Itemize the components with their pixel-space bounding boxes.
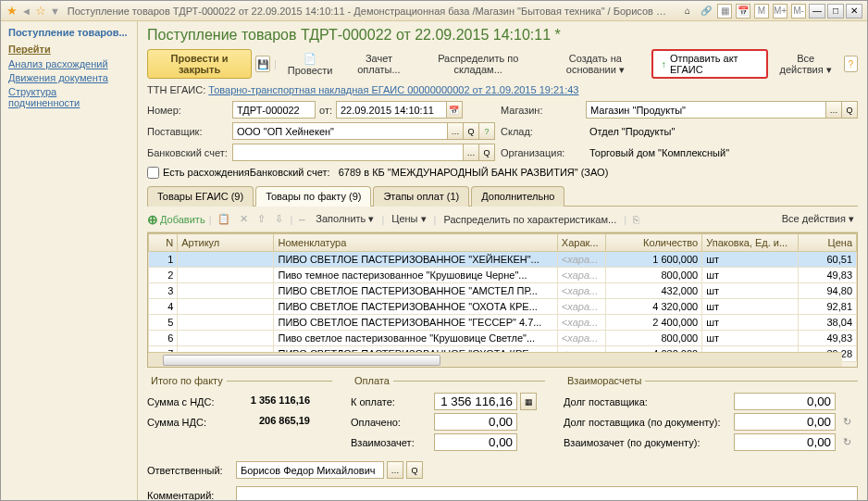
discrepancy-label: Есть расхождения: [163, 167, 250, 178]
bank-select-icon[interactable]: …: [463, 144, 479, 161]
tabs: Товары ЕГАИС (9) Товары по факту (9) Эта…: [147, 185, 858, 207]
grid-header[interactable]: N: [149, 234, 178, 252]
offset-doc-label: Взаимозачет (по документу):: [564, 437, 730, 448]
delete-icon[interactable]: ✕: [237, 213, 251, 225]
supplier-input[interactable]: [232, 122, 448, 140]
help-icon[interactable]: ?: [844, 56, 858, 72]
warehouse-value: Отдел "Продукты": [586, 124, 858, 139]
bank-label: Банковский счет:: [147, 147, 232, 158]
prices-button[interactable]: Цены ▾: [388, 210, 429, 228]
link-icon[interactable]: 🔗: [699, 4, 713, 19]
tab-egais-goods[interactable]: Товары ЕГАИС (9): [147, 186, 254, 207]
table-row[interactable]: 6Пиво светлое пастеризованное "Крушовице…: [149, 331, 857, 346]
comment-input[interactable]: [236, 486, 858, 500]
discrepancy-checkbox[interactable]: Есть расхождения: [147, 167, 250, 179]
number-input[interactable]: [232, 101, 316, 119]
refresh-icon[interactable]: ↻: [839, 415, 854, 430]
supplier-label: Поставщик:: [147, 126, 232, 137]
paid-input[interactable]: [434, 413, 517, 431]
nav-fwd-icon[interactable]: ▼: [50, 6, 60, 17]
barcode-icon[interactable]: ⎼: [296, 214, 308, 225]
document-title: Поступление товаров ТДРТ-000022 от 22.09…: [147, 27, 858, 44]
distribute-warehouses-button[interactable]: Распределить по складам...: [417, 50, 539, 78]
offset-payment-button[interactable]: Зачет оплаты...: [344, 50, 415, 78]
debt-doc-input[interactable]: [734, 413, 836, 431]
supplier-help-icon[interactable]: ?: [478, 122, 495, 140]
grid-header[interactable]: Харак...: [557, 234, 605, 252]
responsible-input[interactable]: [236, 461, 384, 479]
table-row[interactable]: 1ПИВО СВЕТЛОЕ ПАСТЕРИЗОВАННОЕ "ХЕЙНЕКЕН"…: [149, 252, 857, 268]
store-open-icon[interactable]: Q: [841, 101, 858, 119]
copy-icon[interactable]: 📋: [215, 213, 233, 225]
all-actions-button[interactable]: Все действия ▾: [772, 50, 840, 79]
grid-header[interactable]: Артикул: [178, 234, 274, 252]
create-based-on-button[interactable]: Создать на основании ▾: [542, 50, 648, 79]
tab-additional[interactable]: Дополнительно: [471, 186, 564, 207]
refresh2-icon[interactable]: ↻: [839, 435, 854, 450]
table-all-actions-button[interactable]: Все действия ▾: [778, 210, 858, 228]
horizontal-scrollbar[interactable]: [148, 352, 842, 367]
maximize-button[interactable]: □: [827, 4, 844, 19]
post-button[interactable]: 📄 Провести: [280, 50, 341, 79]
bank2-value: 6789 в КБ "МЕЖДУНАРОДНЫЙ БАНК РАЗВИТИЯ" …: [335, 165, 858, 180]
sidebar-head[interactable]: Поступление товаров...: [8, 27, 130, 38]
debt-input[interactable]: [734, 393, 836, 410]
m-plus-button[interactable]: M+: [773, 4, 787, 19]
calc-icon[interactable]: ▦: [717, 4, 732, 19]
table-row[interactable]: 5ПИВО СВЕТЛОЕ ПАСТЕРИЗОВАННОЕ "ГЕССЕР" 4…: [149, 315, 857, 331]
minimize-button[interactable]: —: [809, 4, 825, 19]
store-select-icon[interactable]: …: [825, 101, 842, 119]
payment-legend: Оплата: [351, 375, 393, 386]
sidebar-link-structure[interactable]: Структура подчиненности: [8, 86, 130, 108]
move-down-icon[interactable]: ⇩: [272, 213, 286, 225]
table-row[interactable]: 4ПИВО СВЕТЛОЕ ПАСТЕРИЗОВАННОЕ "ОХОТА КРЕ…: [149, 299, 857, 315]
tab-fact-goods[interactable]: Товары по факту (9): [255, 186, 371, 207]
move-up-icon[interactable]: ⇧: [254, 213, 268, 225]
tab-payment-stages[interactable]: Этапы оплат (1): [373, 186, 469, 207]
plus-icon: ⊕: [147, 212, 158, 227]
goods-table: NАртикулНоменклатураХарак...КоличествоУп…: [147, 232, 858, 368]
fill-button[interactable]: Заполнить ▾: [312, 210, 378, 228]
grid-header[interactable]: Упаковка, Ед. и...: [702, 234, 799, 252]
supplier-open-icon[interactable]: Q: [463, 122, 479, 140]
grid-header[interactable]: Количество: [605, 234, 701, 252]
m-button[interactable]: M: [754, 4, 769, 19]
offset-input[interactable]: [434, 433, 517, 451]
export-icon[interactable]: ⎘: [630, 214, 642, 225]
store-input[interactable]: [586, 101, 826, 119]
favorite-icon[interactable]: ★: [6, 4, 18, 18]
table-row[interactable]: 2Пиво темное пастеризованное "Крушовице …: [149, 268, 857, 283]
date-picker-icon[interactable]: 📅: [446, 101, 463, 119]
table-row[interactable]: 3ПИВО СВЕТЛОЕ ПАСТЕРИЗОВАННОЕ "АМСТЕЛ ПР…: [149, 283, 857, 299]
supplier-select-icon[interactable]: …: [447, 122, 464, 140]
upload-arrow-icon: ↑: [661, 58, 666, 69]
org-label: Организация:: [501, 147, 586, 158]
responsible-open-icon[interactable]: Q: [406, 461, 423, 479]
nds-label: Сумма НДС:: [147, 417, 227, 428]
post-and-close-button[interactable]: Провести и закрыть: [147, 49, 252, 79]
sidebar-link-movements[interactable]: Движения документа: [8, 72, 130, 83]
date-label: от:: [316, 105, 336, 116]
discrepancy-input[interactable]: [147, 167, 159, 179]
to-pay-calc-icon[interactable]: ▦: [520, 393, 537, 410]
grid-header[interactable]: Номенклатура: [274, 234, 557, 252]
home-icon[interactable]: ⌂: [680, 4, 695, 19]
send-egais-act-button[interactable]: ↑ Отправить акт ЕГАИС: [651, 49, 767, 79]
responsible-select-icon[interactable]: …: [387, 461, 403, 479]
ttn-link[interactable]: Товарно-транспортная накладная ЕГАИС 000…: [208, 84, 578, 95]
sidebar-link-analysis[interactable]: Анализ расхождений: [8, 58, 130, 69]
calendar-icon[interactable]: 📅: [736, 4, 750, 19]
m-minus-button[interactable]: M-: [791, 4, 806, 19]
number-label: Номер:: [147, 105, 232, 116]
to-pay-input[interactable]: [434, 393, 517, 410]
nav-back-icon[interactable]: ◄: [21, 6, 31, 17]
grid-header[interactable]: Цена: [799, 234, 857, 252]
bank-input[interactable]: [232, 144, 464, 161]
save-icon[interactable]: 💾: [255, 56, 270, 72]
bank-open-icon[interactable]: Q: [478, 144, 495, 161]
distribute-char-button[interactable]: Распределить по характеристикам...: [440, 211, 620, 228]
close-button[interactable]: ✕: [846, 4, 862, 19]
date-input[interactable]: [336, 101, 447, 119]
offset-doc-input[interactable]: [734, 433, 836, 451]
add-row-button[interactable]: ⊕Добавить: [147, 212, 205, 227]
